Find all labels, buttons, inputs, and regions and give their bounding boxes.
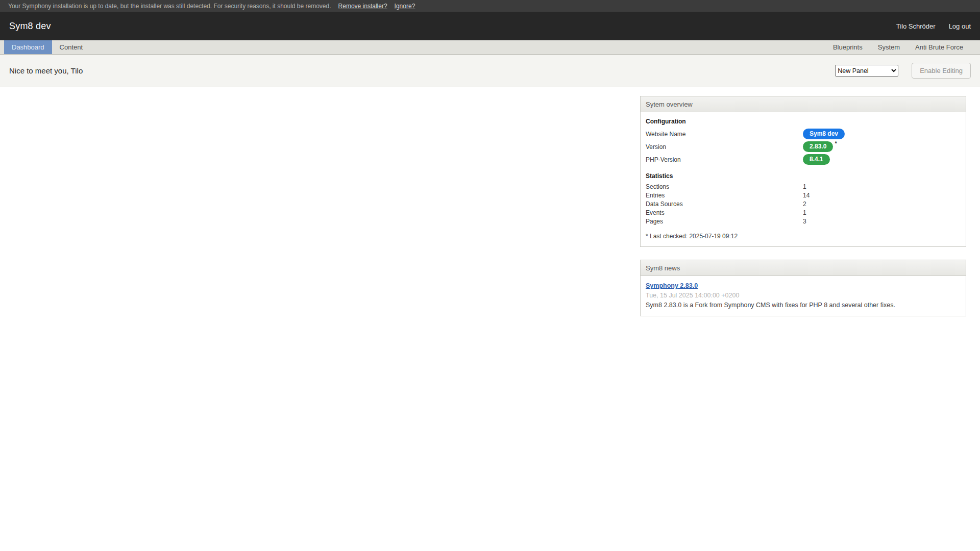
- dashboard-controls: New Panel Enable Editing: [835, 63, 971, 79]
- stat-row-sections: Sections 1: [646, 182, 961, 191]
- stat-row-pages: Pages 3: [646, 217, 961, 226]
- version-badge: 2.83.0: [803, 141, 833, 152]
- tab-content[interactable]: Content: [52, 40, 91, 54]
- tab-blueprints-label: Blueprints: [833, 43, 863, 51]
- stat-label: Entries: [646, 192, 803, 199]
- config-label: Website Name: [646, 131, 803, 138]
- config-row-website-name: Website Name Sym8 dev: [646, 128, 961, 140]
- news-item-summary: Sym8 2.83.0 is a Fork from Symphony CMS …: [646, 301, 961, 309]
- php-version-badge: 8.4.1: [803, 154, 830, 165]
- stat-value: 1: [803, 209, 806, 216]
- remove-installer-link[interactable]: Remove installer?: [338, 3, 387, 10]
- main-content: Sytem overview Configuration Website Nam…: [0, 87, 980, 550]
- statistics-section: Statistics Sections 1 Entries 14 Data So…: [646, 172, 961, 226]
- config-row-version: Version 2.83.0 *: [646, 140, 961, 153]
- tab-system[interactable]: System: [870, 40, 908, 54]
- stat-label: Events: [646, 209, 803, 216]
- news-item-date: Tue, 15 Jul 2025 14:00:00 +0200: [646, 291, 961, 299]
- stat-value: 3: [803, 218, 806, 225]
- stat-label: Sections: [646, 183, 803, 190]
- stat-value: 2: [803, 201, 806, 208]
- config-label: Version: [646, 143, 803, 151]
- nav-bar: Dashboard Content Blueprints System Anti…: [0, 40, 980, 55]
- last-checked-footnote: * Last checked: 2025-07-19 09:12: [646, 233, 961, 240]
- system-overview-panel-body: Configuration Website Name Sym8 dev Vers…: [641, 112, 966, 246]
- news-item-link[interactable]: Symphony 2.83.0: [646, 282, 698, 290]
- stat-row-events: Events 1: [646, 208, 961, 217]
- notification-message: Your Symphony installation is up to date…: [8, 3, 331, 10]
- news-item: Symphony 2.83.0 Tue, 15 Jul 2025 14:00:0…: [646, 282, 961, 309]
- new-panel-select[interactable]: New Panel: [835, 65, 898, 77]
- app-header: Sym8 dev Tilo Schröder Log out: [0, 12, 980, 40]
- news-panel-body: Symphony 2.83.0 Tue, 15 Jul 2025 14:00:0…: [641, 276, 966, 316]
- system-overview-panel: Sytem overview Configuration Website Nam…: [640, 96, 966, 247]
- config-row-php-version: PHP-Version 8.4.1: [646, 153, 961, 166]
- notification-bar: Your Symphony installation is up to date…: [0, 0, 980, 12]
- configuration-heading: Configuration: [646, 118, 961, 125]
- website-name-badge: Sym8 dev: [803, 129, 845, 139]
- version-footnote-asterisk: *: [835, 140, 837, 146]
- news-panel-title: Sym8 news: [641, 260, 966, 276]
- tab-dashboard-label: Dashboard: [12, 43, 44, 51]
- ignore-link[interactable]: Ignore?: [395, 3, 415, 10]
- tab-content-label: Content: [60, 43, 83, 51]
- user-profile-link[interactable]: Tilo Schröder: [896, 22, 936, 30]
- stat-value: 14: [803, 192, 810, 199]
- header-user-area: Tilo Schröder Log out: [896, 22, 971, 30]
- nav-right-tabs: Blueprints System Anti Brute Force: [825, 40, 971, 54]
- logout-link[interactable]: Log out: [949, 22, 971, 30]
- tab-anti-brute-force-label: Anti Brute Force: [915, 43, 963, 51]
- tab-anti-brute-force[interactable]: Anti Brute Force: [908, 40, 971, 54]
- statistics-heading: Statistics: [646, 172, 961, 180]
- site-title: Sym8 dev: [9, 21, 51, 32]
- stat-label: Data Sources: [646, 201, 803, 208]
- stat-value: 1: [803, 183, 806, 190]
- greeting-text: Nice to meet you, Tilo: [9, 66, 83, 75]
- news-panel: Sym8 news Symphony 2.83.0 Tue, 15 Jul 20…: [640, 260, 966, 316]
- system-overview-panel-title: Sytem overview: [641, 96, 966, 112]
- stat-label: Pages: [646, 218, 803, 225]
- stat-row-data-sources: Data Sources 2: [646, 199, 961, 208]
- config-label: PHP-Version: [646, 156, 803, 163]
- greeting-bar: Nice to meet you, Tilo New Panel Enable …: [0, 55, 980, 87]
- tab-system-label: System: [878, 43, 900, 51]
- stat-row-entries: Entries 14: [646, 191, 961, 199]
- tab-dashboard[interactable]: Dashboard: [4, 40, 52, 54]
- enable-editing-button[interactable]: Enable Editing: [912, 63, 971, 79]
- dashboard-panel-column: Sytem overview Configuration Website Nam…: [640, 96, 966, 329]
- tab-blueprints[interactable]: Blueprints: [825, 40, 870, 54]
